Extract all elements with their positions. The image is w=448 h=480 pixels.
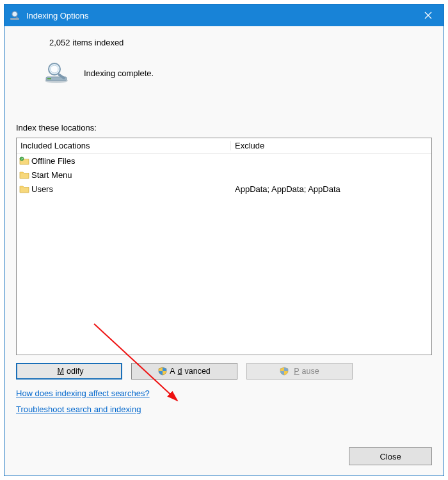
indexing-options-window: Indexing Options 2,052 items indexed Ind… bbox=[4, 4, 444, 476]
advanced-button[interactable]: Advanced bbox=[131, 363, 237, 380]
row-name: Offline Files bbox=[31, 156, 75, 166]
troubleshoot-link[interactable]: Troubleshoot search and indexing bbox=[16, 404, 141, 414]
table-row[interactable]: Offline Files bbox=[17, 154, 431, 168]
locations-listview[interactable]: Included Locations Exclude Offline Files… bbox=[16, 138, 432, 355]
client-area: 2,052 items indexed Indexing complete. I… bbox=[4, 26, 444, 476]
status-state: Indexing complete. bbox=[84, 68, 154, 78]
svg-point-0 bbox=[12, 12, 17, 17]
col-included[interactable]: Included Locations bbox=[17, 141, 231, 150]
window-close-button[interactable] bbox=[413, 4, 444, 26]
folder-icon bbox=[19, 170, 29, 179]
shield-icon bbox=[280, 367, 289, 376]
folder-icon bbox=[19, 184, 29, 193]
row-name: Start Menu bbox=[31, 170, 72, 180]
svg-rect-2 bbox=[10, 18, 19, 20]
titlebar: Indexing Options bbox=[4, 4, 444, 26]
help-links: How does indexing affect searches? Troub… bbox=[16, 388, 432, 414]
modify-button[interactable]: Modify bbox=[16, 363, 122, 380]
button-row: Modify Advanced Pause bbox=[16, 363, 432, 380]
svg-rect-5 bbox=[47, 78, 51, 79]
row-name: Users bbox=[31, 184, 53, 194]
status-count: 2,052 items indexed bbox=[49, 38, 432, 47]
row-exclude: AppData; AppData; AppData bbox=[231, 184, 431, 194]
folder-icon bbox=[19, 156, 29, 165]
close-button[interactable]: Close bbox=[349, 447, 432, 465]
magnifier-icon bbox=[42, 61, 71, 84]
window-title: Indexing Options bbox=[26, 11, 413, 20]
table-row[interactable]: Start Menu bbox=[17, 168, 431, 182]
listview-header: Included Locations Exclude bbox=[17, 138, 431, 154]
svg-point-7 bbox=[51, 65, 58, 73]
indexing-icon bbox=[10, 10, 21, 21]
help-link[interactable]: How does indexing affect searches? bbox=[16, 388, 150, 398]
table-row[interactable]: UsersAppData; AppData; AppData bbox=[17, 182, 431, 196]
col-exclude[interactable]: Exclude bbox=[231, 141, 431, 150]
shield-icon bbox=[158, 367, 167, 376]
close-icon bbox=[424, 12, 432, 19]
pause-button: Pause bbox=[246, 363, 353, 380]
locations-label: Index these locations: bbox=[16, 123, 432, 132]
